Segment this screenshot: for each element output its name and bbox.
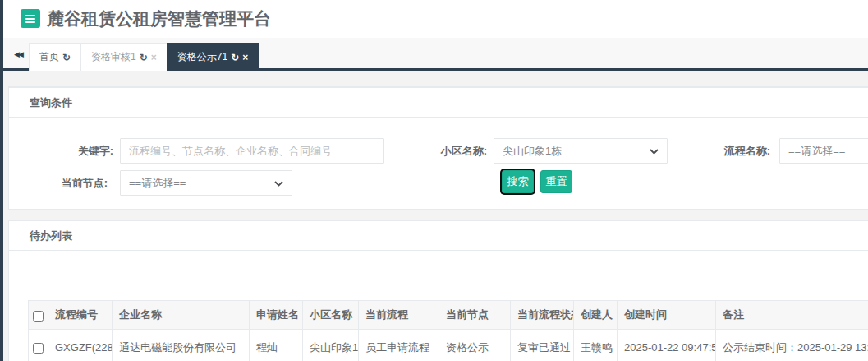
cell-creator: 王赣鸣 (574, 330, 618, 361)
reset-button[interactable]: 重置 (540, 170, 572, 193)
keyword-input[interactable] (120, 138, 384, 164)
col-applicant: 申请姓名 (250, 301, 303, 330)
flow-select[interactable]: ==请选择== (779, 138, 868, 164)
tab-label: 首页 (39, 50, 59, 64)
cell-flow-status: 复审已通过 (511, 330, 574, 361)
col-process-no: 流程编号 (48, 301, 113, 330)
query-form: 关键字: 小区名称: 尖山印象1栋 流程名称: ==请选择== 当前节点: ==… (9, 118, 868, 209)
col-current-flow: 当前流程 (359, 301, 439, 330)
todo-table: 流程编号 企业名称 申请姓名 小区名称 当前流程 当前节点 当前流程状态 创建人… (28, 300, 868, 361)
todo-panel: 待办列表 流程编号 企业名称 申请姓名 小区名称 当前流程 当前节点 当前流程状… (8, 220, 868, 361)
tab-bar: ◀◀ 首页 ↻ 资格审核1 ↻ × 资格公示71 ↻ × (3, 38, 868, 71)
collapse-tabs-icon[interactable]: ◀◀ (7, 44, 29, 64)
tabs-container: 首页 ↻ 资格审核1 ↻ × 资格公示71 ↻ × (29, 43, 259, 71)
query-panel: 查询条件 关键字: 小区名称: 尖山印象1栋 流程名称: ==请选择== 当前节… (8, 86, 868, 210)
cell-current-node: 资格公示 (439, 330, 511, 361)
close-icon[interactable]: × (242, 52, 248, 63)
flow-label: 流程名称: (701, 138, 770, 164)
keyword-label: 关键字: (34, 138, 113, 164)
search-button[interactable]: 搜索 (502, 170, 534, 193)
community-label: 小区名称: (426, 138, 487, 164)
col-current-node: 当前节点 (439, 301, 511, 330)
col-create-time: 创建时间 (618, 301, 716, 330)
cell-company: 通达电磁能股份有限公司 (113, 330, 250, 361)
tab-qualification-review[interactable]: 资格审核1 ↻ × (80, 43, 167, 71)
node-label: 当前节点: (34, 170, 108, 196)
flow-select-value: ==请选择== (788, 144, 845, 159)
chevron-down-icon (274, 181, 283, 187)
chevron-down-icon (650, 149, 659, 155)
refresh-icon[interactable]: ↻ (140, 52, 148, 63)
select-all-checkbox[interactable] (33, 311, 44, 322)
community-select-value: 尖山印象1栋 (503, 144, 562, 159)
todo-panel-body: 流程编号 企业名称 申请姓名 小区名称 当前流程 当前节点 当前流程状态 创建人… (9, 300, 868, 361)
node-select[interactable]: ==请选择== (120, 170, 292, 196)
close-icon[interactable]: × (151, 52, 157, 63)
table-row[interactable]: GXGZF(22833) 通达电磁能股份有限公司 程灿 尖山印象1栋 员工申请流… (29, 330, 868, 361)
query-panel-title: 查询条件 (9, 88, 868, 118)
refresh-icon[interactable]: ↻ (62, 52, 71, 63)
col-flow-status: 当前流程状态 (511, 301, 574, 330)
page-title: 麓谷租赁公租房智慧管理平台 (47, 7, 271, 30)
col-creator: 创建人 (574, 301, 618, 330)
tab-qualification-publicity[interactable]: 资格公示71 ↻ × (167, 43, 259, 71)
todo-panel-title: 待办列表 (9, 221, 868, 251)
menu-toggle-button[interactable] (21, 9, 40, 28)
col-company: 企业名称 (113, 301, 250, 330)
cell-current-flow: 员工申请流程 (359, 330, 439, 361)
top-header: 麓谷租赁公租房智慧管理平台 (3, 0, 868, 38)
tab-home[interactable]: 首页 ↻ (29, 43, 80, 71)
row-checkbox[interactable] (33, 343, 44, 354)
table-header-row: 流程编号 企业名称 申请姓名 小区名称 当前流程 当前节点 当前流程状态 创建人… (29, 301, 868, 330)
cell-create-time: 2025-01-22 09:47:51 (618, 330, 716, 361)
cell-applicant: 程灿 (250, 330, 303, 361)
hamburger-icon (25, 15, 35, 16)
collapsed-sidebar (0, 0, 3, 361)
tab-label: 资格审核1 (91, 50, 136, 64)
col-remark: 备注 (716, 301, 868, 330)
col-community: 小区名称 (303, 301, 359, 330)
cell-remark: 公示结束时间：2025-01-29 13:38:31 (716, 330, 868, 361)
community-select[interactable]: 尖山印象1栋 (494, 138, 668, 164)
cell-community: 尖山印象1栋 (303, 330, 359, 361)
node-select-value: ==请选择== (129, 176, 186, 191)
refresh-icon[interactable]: ↻ (231, 52, 239, 63)
cell-process-no: GXGZF(22833) (48, 330, 113, 361)
tab-label: 资格公示71 (177, 50, 227, 64)
